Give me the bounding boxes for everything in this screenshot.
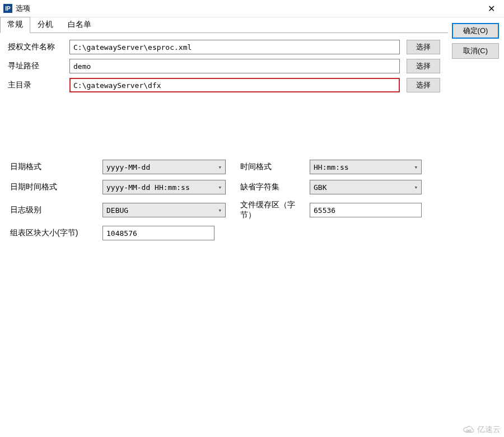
combo-date-format[interactable]: yyyy-MM-dd ▾ bbox=[102, 160, 226, 174]
label-block-size: 组表区块大小(字节) bbox=[10, 228, 102, 238]
label-time-format: 时间格式 bbox=[226, 162, 310, 172]
chevron-down-icon: ▾ bbox=[414, 164, 418, 171]
window-title: 选项 bbox=[16, 3, 478, 13]
right-pane: 确定(O) 取消(C) bbox=[448, 17, 504, 422]
cancel-button[interactable]: 取消(C) bbox=[452, 43, 499, 59]
label-charset: 缺省字符集 bbox=[226, 182, 310, 192]
tab-whitelist[interactable]: 白名单 bbox=[60, 17, 99, 33]
app-icon: IP bbox=[3, 4, 12, 13]
chevron-down-icon: ▾ bbox=[414, 184, 418, 191]
tab-ext[interactable]: 分机 bbox=[30, 17, 60, 33]
input-block-size-value: 1048576 bbox=[106, 229, 137, 238]
row-main-dir: 主目录 选择 bbox=[8, 78, 440, 92]
row-search-path: 寻址路径 选择 bbox=[8, 59, 440, 73]
input-file-buffer-value: 65536 bbox=[314, 206, 335, 215]
chevron-down-icon: ▾ bbox=[218, 184, 222, 191]
left-pane: 常规 分机 白名单 授权文件名称 选择 寻址路径 选择 主目录 选择 bbox=[0, 17, 448, 422]
combo-log-level-value: DEBUG bbox=[106, 206, 128, 215]
chevron-down-icon: ▾ bbox=[218, 164, 222, 171]
input-file-buffer[interactable]: 65536 bbox=[310, 203, 422, 217]
settings-grid: 日期格式 yyyy-MM-dd ▾ 时间格式 HH:mm:ss ▾ 日期时间格式… bbox=[8, 160, 440, 240]
label-log-level: 日志级别 bbox=[10, 205, 102, 215]
input-main-dir[interactable] bbox=[69, 78, 400, 92]
choose-license-button[interactable]: 选择 bbox=[407, 40, 440, 54]
chevron-down-icon: ▾ bbox=[218, 207, 222, 214]
label-main-dir: 主目录 bbox=[8, 80, 69, 90]
label-datetime-format: 日期时间格式 bbox=[10, 182, 102, 192]
combo-charset-value: GBK bbox=[314, 183, 326, 192]
footer bbox=[0, 422, 504, 437]
row-license: 授权文件名称 选择 bbox=[8, 40, 440, 54]
close-button[interactable]: ✕ bbox=[478, 0, 504, 17]
input-search-path[interactable] bbox=[69, 59, 400, 73]
tab-general[interactable]: 常规 bbox=[0, 17, 30, 33]
ok-button[interactable]: 确定(O) bbox=[452, 23, 499, 39]
label-search-path: 寻址路径 bbox=[8, 61, 69, 71]
combo-datetime-format-value: yyyy-MM-dd HH:mm:ss bbox=[106, 183, 190, 192]
label-date-format: 日期格式 bbox=[10, 162, 102, 172]
client-area: 常规 分机 白名单 授权文件名称 选择 寻址路径 选择 主目录 选择 bbox=[0, 17, 504, 422]
tab-bar: 常规 分机 白名单 bbox=[0, 17, 448, 33]
titlebar: IP 选项 ✕ bbox=[0, 0, 504, 17]
label-license: 授权文件名称 bbox=[8, 42, 69, 52]
combo-charset[interactable]: GBK ▾ bbox=[310, 180, 422, 194]
close-icon: ✕ bbox=[488, 3, 495, 14]
combo-log-level[interactable]: DEBUG ▾ bbox=[102, 203, 226, 217]
form-area: 授权文件名称 选择 寻址路径 选择 主目录 选择 日期格式 yyyy-MM-dd… bbox=[0, 33, 448, 240]
combo-datetime-format[interactable]: yyyy-MM-dd HH:mm:ss ▾ bbox=[102, 180, 226, 194]
label-file-buffer: 文件缓存区（字节） bbox=[226, 200, 310, 220]
combo-date-format-value: yyyy-MM-dd bbox=[106, 163, 150, 171]
choose-search-button[interactable]: 选择 bbox=[407, 59, 440, 73]
input-license-file[interactable] bbox=[69, 40, 400, 54]
combo-time-format-value: HH:mm:ss bbox=[314, 163, 349, 171]
choose-main-button[interactable]: 选择 bbox=[407, 78, 440, 92]
combo-time-format[interactable]: HH:mm:ss ▾ bbox=[310, 160, 422, 174]
input-block-size[interactable]: 1048576 bbox=[102, 226, 214, 240]
